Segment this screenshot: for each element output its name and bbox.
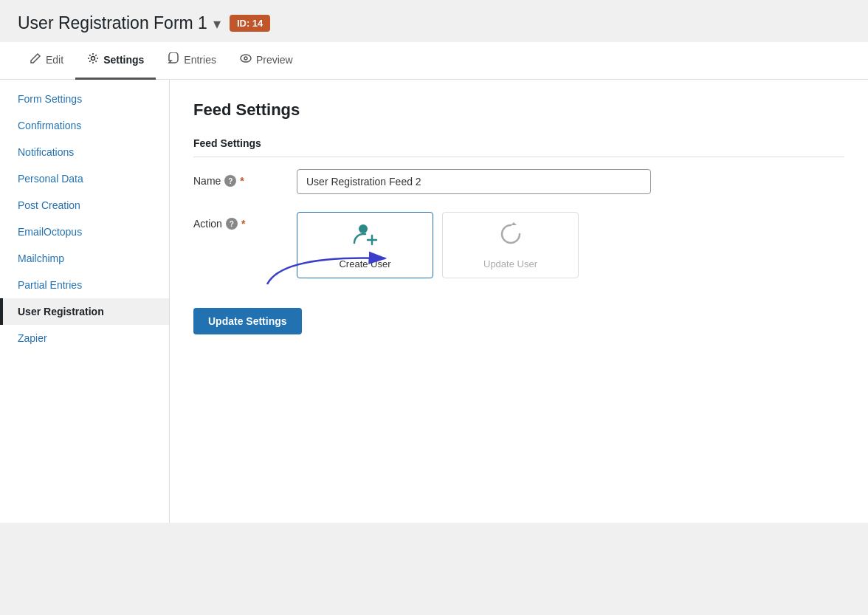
sidebar-item-personal-data[interactable]: Personal Data (0, 165, 169, 192)
sidebar-item-form-settings[interactable]: Form Settings (0, 86, 169, 112)
name-input[interactable] (297, 169, 651, 194)
main-layout: Form Settings Confirmations Notification… (0, 80, 868, 523)
update-user-icon (497, 221, 524, 252)
tab-preview-label: Preview (256, 54, 293, 66)
tab-settings[interactable]: Settings (75, 42, 156, 80)
create-user-label: Create User (339, 258, 390, 269)
top-bar: User Registration Form 1 ▾ ID: 14 (0, 0, 868, 33)
name-required: * (240, 175, 244, 187)
svg-point-1 (241, 55, 251, 62)
name-field-container (297, 169, 844, 194)
content-area: Feed Settings Feed Settings Name ? * Act… (170, 80, 868, 523)
sidebar-item-confirmations[interactable]: Confirmations (0, 112, 169, 139)
section-label: Feed Settings (193, 137, 844, 157)
action-label: Action ? * (193, 212, 282, 230)
update-settings-button[interactable]: Update Settings (193, 308, 302, 334)
sidebar: Form Settings Confirmations Notification… (0, 80, 170, 523)
svg-point-2 (244, 57, 247, 60)
sidebar-item-post-creation[interactable]: Post Creation (0, 192, 169, 219)
action-help-icon[interactable]: ? (226, 218, 238, 230)
sidebar-item-user-registration[interactable]: User Registration (0, 298, 169, 325)
action-create-user[interactable]: Create User (297, 212, 433, 278)
preview-icon (240, 52, 252, 67)
tab-entries[interactable]: Entries (156, 42, 228, 80)
update-user-svg-icon (497, 221, 524, 247)
tab-settings-label: Settings (103, 54, 144, 66)
entries-icon (168, 52, 179, 67)
dropdown-arrow[interactable]: ▾ (213, 15, 221, 32)
svg-point-0 (92, 57, 95, 61)
action-update-user[interactable]: Update User (442, 212, 579, 278)
name-label: Name ? * (193, 169, 282, 187)
page-title: Feed Settings (193, 100, 844, 120)
sidebar-item-emailoctopus[interactable]: EmailOctopus (0, 219, 169, 245)
form-title-text: User Registration Form 1 (18, 13, 207, 33)
action-required: * (241, 218, 245, 230)
form-title-area: User Registration Form 1 ▾ (18, 13, 221, 33)
id-badge: ID: 14 (230, 15, 270, 32)
tab-edit[interactable]: Edit (18, 42, 75, 80)
tabs-bar: Edit Settings Entries Preview (0, 42, 868, 80)
create-user-svg-icon (352, 221, 379, 247)
sidebar-item-zapier[interactable]: Zapier (0, 325, 169, 351)
tab-entries-label: Entries (184, 54, 216, 66)
tab-edit-label: Edit (46, 54, 63, 66)
action-options-container: Create User Update User (297, 212, 844, 278)
update-user-label: Update User (483, 258, 537, 269)
edit-icon (30, 52, 41, 67)
sidebar-item-partial-entries[interactable]: Partial Entries (0, 272, 169, 298)
create-user-icon (352, 221, 379, 252)
sidebar-item-notifications[interactable]: Notifications (0, 139, 169, 165)
settings-icon (87, 52, 99, 67)
svg-point-4 (359, 224, 368, 233)
name-row: Name ? * (193, 169, 844, 194)
action-row: Action ? * (193, 212, 844, 278)
sidebar-item-mailchimp[interactable]: Mailchimp (0, 245, 169, 272)
action-options: Create User Update User (297, 212, 844, 278)
tab-preview[interactable]: Preview (228, 42, 305, 80)
name-help-icon[interactable]: ? (224, 175, 236, 187)
